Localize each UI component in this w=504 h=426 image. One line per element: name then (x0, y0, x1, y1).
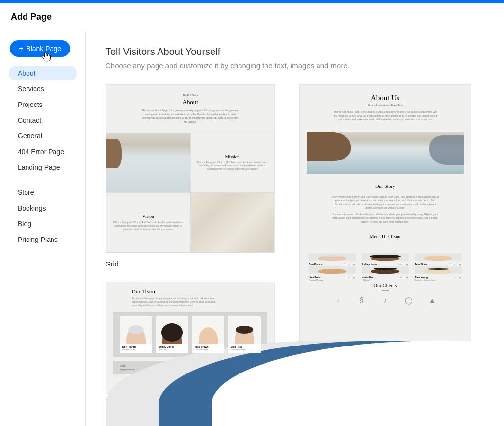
grid-pretitle: The Full Story (121, 94, 260, 97)
plus-icon: + (19, 44, 23, 53)
client-logo-icon: ◯ (402, 295, 415, 305)
team-member: Alex YoungCustomer Support Leadf ⋯ in (415, 266, 462, 274)
sidebar-secondary-nav: Store Bookings Blog Pricing Plans (0, 185, 85, 247)
blank-page-button[interactable]: + Blank Page (10, 40, 70, 57)
grid-intro: This is your About Page. It's a great op… (141, 109, 239, 124)
grid-mission-cell: Mission This is a Paragraph. Click on 'E… (190, 133, 275, 193)
avatar (309, 266, 356, 274)
team-member: Tess BrownOffice Managerf ⋯ in (415, 253, 462, 261)
social-icons: f ⋯ in (344, 263, 356, 266)
avatar (309, 253, 356, 261)
page-header: Add Page (0, 3, 504, 31)
team-members-row: Don FrancisFounder & CEO Ashley JonesTec… (113, 312, 267, 357)
team-title: Our Team. (132, 288, 249, 295)
team-member: Don FrancisFounder & CEOf ⋯ in (309, 253, 356, 261)
team-member: Ashley JonesTech Leadf ⋯ in (362, 253, 409, 261)
sidebar-item-landing[interactable]: Landing Page (9, 160, 77, 175)
aboutus-intro: This is your About Page. This space is a… (331, 110, 439, 122)
main-subtitle: Choose any page and customize it by chan… (106, 61, 484, 70)
social-icons: f ⋯ in (397, 276, 409, 279)
client-logo-icon: ▲ (426, 295, 439, 305)
avatar (415, 253, 462, 261)
social-icons: f ⋯ in (450, 263, 462, 266)
client-logo-icon: § (355, 295, 368, 305)
grid-title: About (121, 98, 260, 106)
aboutus-subtitle: Finding Inspiration in Every Turn (315, 104, 456, 106)
grid-image-bottom-right (190, 193, 275, 253)
sidebar-item-contact[interactable]: Contact (9, 113, 77, 128)
main-title: Tell Visitors About Yourself (106, 46, 484, 57)
team-member: Tess BrownOffice Manager (192, 316, 225, 353)
social-icons: f ⋯ in (344, 276, 356, 279)
sidebar-item-store[interactable]: Store (9, 185, 77, 200)
grid-image-top-left (106, 133, 190, 193)
team-member: Lisa RoseProduct Manager (228, 316, 261, 353)
grid-vision-cell: Vision This is a Paragraph. Click on 'Ed… (106, 193, 190, 253)
sidebar-item-services[interactable]: Services (9, 81, 77, 96)
social-icons: f ⋯ in (397, 263, 409, 266)
team-member: Lisa RoseProduct Managerf ⋯ in (309, 266, 356, 274)
sidebar-item-pricing[interactable]: Pricing Plans (9, 232, 77, 247)
sidebar-divider (9, 180, 77, 180)
aboutus-story-section: Our Story Every website has a story, and… (300, 179, 471, 229)
social-icons: f ⋯ in (450, 276, 462, 279)
template-about-us[interactable]: About Us Finding Inspiration in Every Tu… (299, 84, 471, 403)
aboutus-title: About Us (315, 94, 456, 102)
sidebar-item-bookings[interactable]: Bookings (9, 201, 77, 215)
blank-page-label: Blank Page (26, 45, 61, 53)
client-logo-icon: ♪ (379, 295, 392, 305)
main-content: Tell Visitors About Yourself Choose any … (86, 31, 504, 426)
avatar (415, 266, 462, 274)
team-member: Ashley JonesTech Lead (156, 316, 188, 353)
team-member: Don FrancisFounder & CEO (120, 316, 152, 353)
sidebar: + Blank Page About Services Projects Con… (0, 31, 86, 426)
aboutus-clients-section: Our Clients ÷ § ♪ ◯ ▲ (300, 278, 471, 313)
team-intro: This is your Team page. It's a great spa… (132, 297, 220, 307)
aboutus-team-section: Meet The Team (300, 229, 471, 249)
client-logo-icon: ÷ (332, 295, 345, 305)
template-grid[interactable]: The Full Story About This is your About … (106, 84, 275, 253)
page-title: Add Page (11, 12, 493, 22)
avatar (362, 253, 409, 261)
team-member: Kevin NyeHR Leadf ⋯ in (362, 266, 409, 274)
sidebar-item-404[interactable]: 404 Error Page (9, 144, 77, 159)
avatar (362, 266, 409, 274)
sidebar-item-general[interactable]: General (9, 129, 77, 143)
aboutus-hero-image (307, 132, 464, 174)
aboutus-team-grid: Don FrancisFounder & CEOf ⋯ in Ashley Jo… (300, 249, 471, 278)
sidebar-item-about[interactable]: About (9, 66, 77, 80)
sidebar-item-blog[interactable]: Blog (9, 216, 77, 231)
sidebar-primary-nav: About Services Projects Contact General … (0, 66, 85, 175)
sidebar-item-projects[interactable]: Projects (9, 97, 77, 112)
template-grid-label: Grid (106, 260, 275, 268)
